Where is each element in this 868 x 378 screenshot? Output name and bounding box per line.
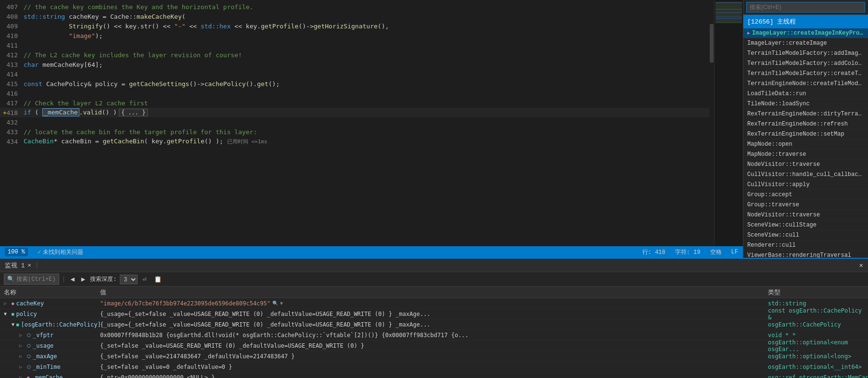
depth-label: 搜索深度: xyxy=(90,275,116,283)
toolbar-btn-2[interactable]: 📋 xyxy=(152,274,164,285)
mintime-label: _minTime xyxy=(33,364,61,370)
call-item-6[interactable]: LoadTileData::run xyxy=(743,89,868,99)
expand-arrow-vfptr[interactable]: ▷ xyxy=(19,332,25,338)
line-num: 434 xyxy=(2,138,24,145)
cachepolicy-value: {_usage={_set=false _value=USAGE_READ_WR… xyxy=(100,321,430,328)
watch-row-cachepolicy[interactable]: ▼ ■ [osgEarth::CachePolicy] {_usage={_se… xyxy=(0,319,868,330)
call-item-2[interactable]: TerrainTileModelFactory::addImageLayer xyxy=(743,49,868,59)
line-num: 432 xyxy=(2,119,24,126)
call-item-12[interactable]: MapNode::traverse xyxy=(743,150,868,160)
code-editor: 407 // the cache key combines the Key an… xyxy=(0,0,743,258)
call-item-20[interactable]: SceneView::cull xyxy=(743,230,868,240)
watch-row-memcache[interactable]: ▷ ● _memCache {_ptr=0x0000000000000000 <… xyxy=(0,372,868,378)
call-item-8[interactable]: RexTerrainEngineNode::dirtyTerrain xyxy=(743,109,868,119)
policy-value: {_usage={_set=false _value=USAGE_READ_WR… xyxy=(100,311,430,317)
type-icon-policy: ■ xyxy=(12,312,14,316)
call-item-7[interactable]: TileNode::loadSync xyxy=(743,99,868,109)
watch-row-usage[interactable]: ▷ ⬡ _usage {_set=false _value=USAGE_READ… xyxy=(0,340,868,351)
watch-row-vfptr[interactable]: ▷ ⬡ _vfptr 0x00007ff9848b1b28 {osgEarthd… xyxy=(0,330,868,340)
call-item-3[interactable]: TerrainTileModelFactory::addColorLayers xyxy=(743,59,868,69)
call-item-5[interactable]: TerrainEngineNode::createTileModel xyxy=(743,79,868,89)
watch-rows[interactable]: ▷ ● cacheKey "image/c6/b7cbe76f3bb974e22… xyxy=(0,298,868,378)
call-item-18[interactable]: NodeVisitor::traverse xyxy=(743,210,868,220)
nav-forward-btn[interactable]: ▶ xyxy=(79,275,87,284)
usage-label: _usage xyxy=(33,342,53,349)
watch-search-box[interactable]: 🔍 搜索(Ctrl+E) xyxy=(4,274,59,285)
line-num: 407 xyxy=(2,3,24,11)
watch-row-memcache-type: osg::ref_ptr<osgEarth::MemCach... xyxy=(768,374,864,378)
code-scroll-area[interactable]: 407 // the cache key combines the Key an… xyxy=(0,0,743,246)
status-bar: 100 % ✓ 未找到相关问题 行: 418 字符: 19 空格 LF xyxy=(0,246,743,258)
watch-panel-x[interactable]: ✕ xyxy=(859,261,863,269)
watch-row-usage-value: {_set=false _value=USAGE_READ_WRITE (0) … xyxy=(100,342,768,349)
code-line-418: +418 if ( _memCache.valid() ){ ... } xyxy=(0,108,709,117)
nav-back-btn[interactable]: ◀ xyxy=(68,275,76,284)
call-item-17[interactable]: Group::traverse xyxy=(743,200,868,210)
expand-arrow-usage[interactable]: ▷ xyxy=(19,343,25,348)
expand-arrow-cachekey[interactable]: ▷ xyxy=(4,301,10,306)
type-icon-maxage: ⬡ xyxy=(27,354,31,359)
expand-arrow-maxage[interactable]: ▷ xyxy=(19,353,25,359)
call-item-active[interactable]: ► ImageLayer::createImageInKeyProfile xyxy=(743,28,868,38)
depth-select[interactable]: 3 1 2 4 5 xyxy=(120,275,138,284)
watch-tab-close-1[interactable]: ✕ xyxy=(28,262,31,269)
toolbar-btn-1[interactable]: ⏎ xyxy=(140,274,149,285)
indent-type: 空格 xyxy=(710,248,722,256)
watch-row-memcache-value: {_ptr=0x0000000000000000 <NULL> } xyxy=(100,374,768,378)
line-content: Stringify() << key.str() << "-" << std::… xyxy=(24,23,389,30)
cachekey-value: "image/c6/b7cbe76f3bb974e223095de6596de8… xyxy=(100,300,270,307)
call-item-22[interactable]: ViewerBase::renderingTraversal xyxy=(743,251,868,258)
code-line-415: 415 const CachePolicy& policy = getCache… xyxy=(0,79,709,88)
code-line-412: 412 // The L2 cache key includes the lay… xyxy=(0,50,709,60)
code-line-417: 417 // Check the layer L2 cache first xyxy=(0,98,709,108)
watch-row-mintime[interactable]: ▷ ⬡ _minTime {_set=false _value=0 _defau… xyxy=(0,362,868,372)
call-item-19[interactable]: SceneView::cullStage xyxy=(743,220,868,230)
watch-panel: 监视 1 ✕ | ✕ 🔍 搜索(Ctrl+E) | ◀ ▶ 搜索深度: 3 1 … xyxy=(0,258,868,378)
call-item-9[interactable]: RexTerrainEngineNode::refresh xyxy=(743,119,868,129)
call-item-14[interactable]: CullVisitor::handle_cull_callbacks_and_t… xyxy=(743,170,868,180)
search-result-arrow: ▼ xyxy=(280,301,283,306)
scrollbar-vertical[interactable] xyxy=(709,0,714,246)
line-num: 410 xyxy=(2,32,24,39)
call-item-10[interactable]: RexTerrainEngineNode::setMap xyxy=(743,129,868,139)
call-item-16[interactable]: Group::accept xyxy=(743,190,868,200)
watch-row-maxage-name: ▷ ⬡ _maxAge xyxy=(4,353,100,360)
vfptr-value: 0x00007ff9848b1b28 {osgEarthd.dll!void(*… xyxy=(100,332,469,339)
status-ok: ✓ 未找到相关问题 xyxy=(38,248,83,256)
toolbar-separator-1: | xyxy=(62,276,66,283)
code-lines: 407 // the cache key combines the Key an… xyxy=(0,0,709,246)
call-stack-list[interactable]: ► ImageLayer::createImageInKeyProfile Im… xyxy=(743,28,868,258)
watch-row-maxage[interactable]: ▷ ⬡ _maxAge {_set=false _value=214748364… xyxy=(0,351,868,362)
watch-tab-label[interactable]: 监视 1 xyxy=(5,261,25,270)
watch-row-usage-type: osgEarth::optional<enum osgEar... xyxy=(768,339,864,353)
call-item-11[interactable]: MapNode::open xyxy=(743,139,868,150)
watch-row-cachekey-name: ▷ ● cacheKey xyxy=(4,300,100,307)
minimap xyxy=(714,0,743,246)
call-item-13[interactable]: NodeVisitor::traverse xyxy=(743,160,868,170)
call-item-4[interactable]: TerrainTileModelFactory::createTileModel xyxy=(743,69,868,79)
scrollbar-thumb[interactable] xyxy=(710,24,714,63)
watch-row-policy[interactable]: ▼ ■ policy {_usage={_set=false _value=US… xyxy=(0,309,868,319)
expand-arrow-cachepolicy[interactable]: ▼ xyxy=(12,322,14,327)
line-content: CacheBin* cacheBin = getCacheBin( key.ge… xyxy=(24,138,268,145)
vfptr-label: _vfptr xyxy=(33,332,53,339)
right-search-area xyxy=(743,0,868,15)
call-item-21[interactable]: Renderer::cull xyxy=(743,240,868,251)
zoom-level[interactable]: 100 % xyxy=(5,248,28,256)
watch-row-cachepolicy-value: {_usage={_set=false _value=USAGE_READ_WR… xyxy=(100,321,768,328)
app-container: 407 // the cache key combines the Key an… xyxy=(0,0,868,378)
line-num: 417 xyxy=(2,100,24,107)
right-search-input[interactable] xyxy=(746,2,865,13)
line-num: 408 xyxy=(2,13,24,20)
expand-arrow-policy[interactable]: ▼ xyxy=(4,311,10,316)
watch-row-cachekey[interactable]: ▷ ● cacheKey "image/c6/b7cbe76f3bb974e22… xyxy=(0,298,868,309)
memcache-label: _memCache xyxy=(31,374,63,378)
type-icon-cachekey: ● xyxy=(12,301,14,306)
call-item-15[interactable]: CullVisitor::apply xyxy=(743,180,868,190)
expand-arrow-mintime[interactable]: ▷ xyxy=(19,364,25,369)
call-item-1[interactable]: ImageLayer::createImage xyxy=(743,38,868,49)
line-content: // The L2 cache key includes the layer r… xyxy=(24,51,242,59)
line-num: 413 xyxy=(2,61,24,68)
expand-arrow-memcache[interactable]: ▷ xyxy=(19,375,25,378)
watch-row-maxage-value: {_set=false _value=2147483647 _defaultVa… xyxy=(100,353,768,360)
